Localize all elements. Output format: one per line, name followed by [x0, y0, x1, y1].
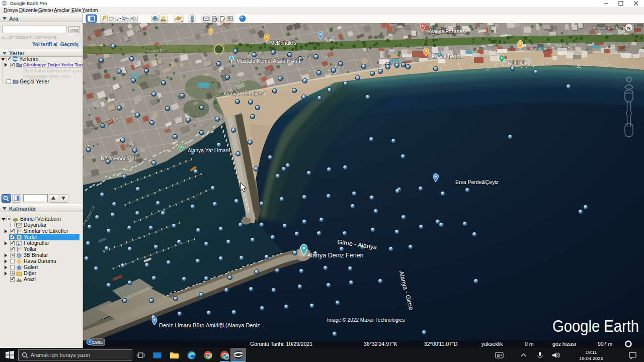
svg-text:Google Earth: Google Earth [552, 317, 639, 335]
svg-text:Image © 2022 Maxar Technologie: Image © 2022 Maxar Technologies [327, 317, 405, 323]
svg-text:36°32'24.97"K: 36°32'24.97"K [364, 341, 397, 347]
svg-text:0 m: 0 m [525, 341, 534, 347]
svg-text:Yalı Plajı: Yalı Plajı [507, 60, 526, 66]
svg-text:Erva Perde&Çeyiz: Erva Perde&Çeyiz [455, 179, 499, 185]
svg-text:göz hizası: göz hizası [552, 341, 576, 347]
svg-text:Kleopatra Ada Otel: Kleopatra Ada Otel [591, 25, 629, 30]
svg-text:907 m: 907 m [598, 341, 612, 347]
svg-text:32°00'11.07"D: 32°00'11.07"D [424, 341, 458, 347]
svg-text:N: N [627, 26, 631, 31]
svg-text:Alanya Yat Limanı: Alanya Yat Limanı [188, 147, 230, 153]
svg-text:Alanya Eczanesi: Alanya Eczanesi [429, 29, 466, 34]
svg-text:Alanya Deniz Feneri: Alanya Deniz Feneri [307, 252, 364, 259]
svg-text:1985: 1985 [93, 340, 103, 345]
svg-text:En Vie Beach: En Vie Beach [432, 54, 462, 59]
svg-text:Röck Hood Bar: Röck Hood Bar [101, 155, 137, 161]
svg-text:Görüntü Tarihi: 10/29/2021: Görüntü Tarihi: 10/29/2021 [250, 341, 312, 347]
svg-text:Kahramanlar Türkevi Otel: Kahramanlar Türkevi Otel [524, 46, 576, 51]
svg-text:McDonald's: McDonald's [270, 40, 296, 46]
svg-text:Alanya Belediyesi: Alanya Belediyesi [223, 90, 265, 97]
svg-text:Buko: Buko [325, 37, 335, 42]
svg-text:yükseklik: yükseklik [481, 341, 503, 347]
svg-text:Deniz Limanı Büro Amirliği (Al: Deniz Limanı Büro Amirliği (Alanya Deniz… [159, 322, 265, 328]
